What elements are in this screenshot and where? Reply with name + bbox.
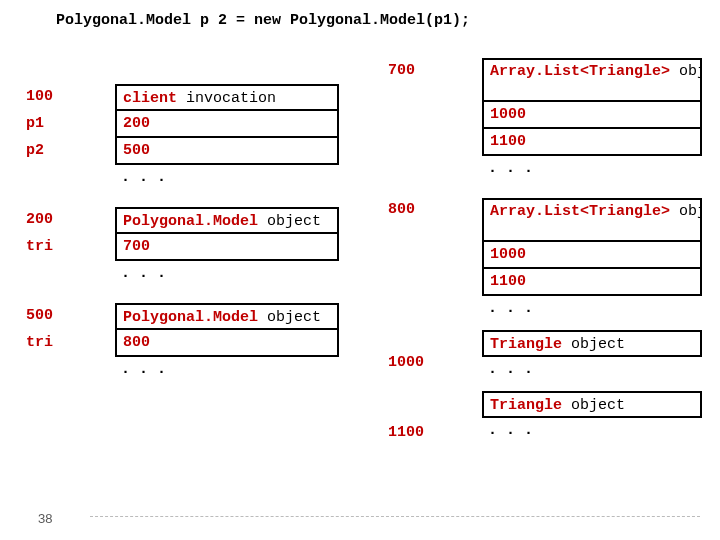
kind: object bbox=[571, 397, 625, 414]
mem-cell: Polygonal.Model object bbox=[115, 303, 339, 330]
addr-label: 100 bbox=[20, 84, 105, 111]
mem-cell: Triangle object bbox=[482, 391, 702, 418]
type-name: Polygonal.Model bbox=[123, 309, 267, 326]
kind: object bbox=[267, 309, 321, 326]
ellipsis: . . . bbox=[482, 357, 702, 384]
mem-cell: client invocation bbox=[115, 84, 339, 111]
ellipsis: . . . bbox=[115, 261, 339, 288]
labels-column: 100 p1 p2 . . . 200 tri . . . 500 tri . … bbox=[20, 84, 105, 384]
code-line: Polygonal.Model p 2 = new Polygonal.Mode… bbox=[56, 12, 470, 29]
type-name: client bbox=[123, 90, 186, 107]
slide: Polygonal.Model p 2 = new Polygonal.Mode… bbox=[0, 0, 720, 540]
var-label: tri bbox=[20, 330, 105, 357]
mem-cell: 700 bbox=[115, 234, 339, 261]
mem-cell: Array.List<Triangle> object bbox=[482, 198, 702, 242]
mem-cell: Triangle object bbox=[482, 330, 702, 357]
ellipsis: . . . bbox=[482, 418, 702, 445]
kind: object bbox=[571, 336, 625, 353]
type-name: Triangle bbox=[490, 397, 571, 414]
memory-column-a: client invocation 200 500 . . . Polygona… bbox=[115, 84, 339, 384]
var-label: p1 bbox=[20, 111, 105, 138]
footer-divider bbox=[90, 516, 700, 517]
mem-cell: 1000 bbox=[482, 242, 702, 269]
addr-label: 800 bbox=[382, 197, 421, 224]
ellipsis: . . . bbox=[115, 357, 339, 384]
addr-label: 1100 bbox=[382, 420, 430, 447]
kind: invocation bbox=[186, 90, 276, 107]
var-label: p2 bbox=[20, 138, 105, 165]
mem-cell: 1100 bbox=[482, 269, 702, 296]
mem-cell: 200 bbox=[115, 111, 339, 138]
ellipsis: . . . bbox=[115, 165, 339, 192]
type-name: Triangle bbox=[490, 336, 571, 353]
slide-number: 38 bbox=[38, 511, 52, 526]
ellipsis: . . . bbox=[482, 296, 702, 323]
memory-column-b: Array.List<Triangle> object 1000 1100 . … bbox=[482, 58, 702, 445]
mem-cell: 1100 bbox=[482, 129, 702, 156]
type-name: Array.List<Triangle> bbox=[490, 63, 679, 80]
type-name: Array.List<Triangle> bbox=[490, 203, 679, 220]
addr-label: 500 bbox=[20, 303, 105, 330]
mem-cell: Array.List<Triangle> object bbox=[482, 58, 702, 102]
mem-cell: 500 bbox=[115, 138, 339, 165]
addr-label: 1000 bbox=[382, 350, 430, 377]
kind: object bbox=[679, 203, 702, 220]
var-label: tri bbox=[20, 234, 105, 261]
addr-label: 200 bbox=[20, 207, 105, 234]
type-name: Polygonal.Model bbox=[123, 213, 267, 230]
kind: object bbox=[679, 63, 702, 80]
mem-cell: 800 bbox=[115, 330, 339, 357]
kind: object bbox=[267, 213, 321, 230]
mem-cell: Polygonal.Model object bbox=[115, 207, 339, 234]
mem-cell: 1000 bbox=[482, 102, 702, 129]
ellipsis: . . . bbox=[482, 156, 702, 183]
addr-label: 700 bbox=[382, 58, 421, 85]
